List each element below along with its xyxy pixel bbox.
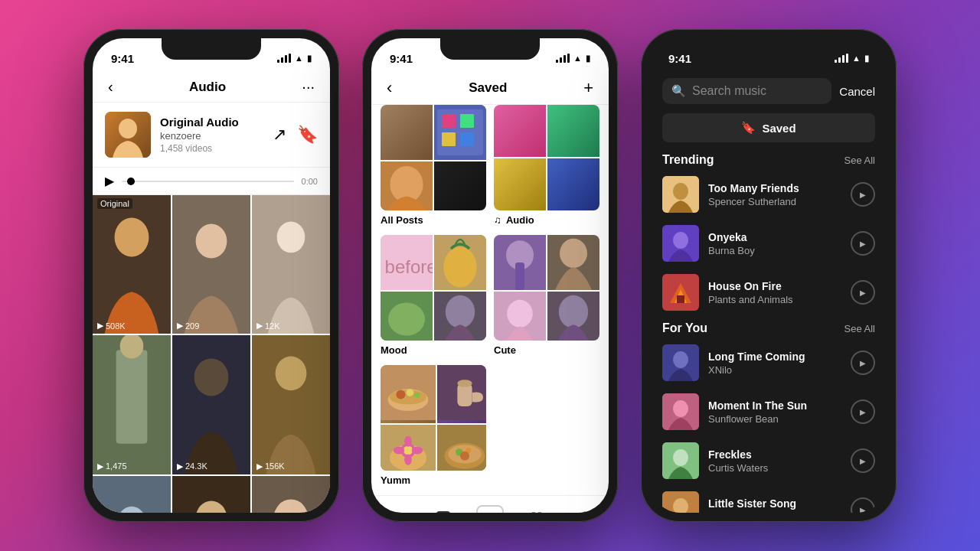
yumm-cell [437,365,486,423]
yumm-cell [437,425,486,471]
search-input-wrap[interactable]: 🔍 Search music [662,78,831,104]
saved-row-1: All Posts ♫ Audio [381,105,599,226]
play-button-2[interactable]: ▶ [851,231,875,256]
music-info-3: House On Fire Plants and Animals [708,280,841,305]
phone-2: 9:41 ▲ ▮ ‹ Saved + [362,29,618,522]
audio-collection[interactable]: ♫ Audio [494,105,599,226]
svg-point-84 [673,449,688,466]
video-cell[interactable]: ▶24.3K [172,335,250,474]
video-cell[interactable]: Original ▶508K [93,195,171,334]
signal-3 [835,54,848,63]
svg-rect-24 [460,114,474,128]
mood-collection[interactable]: Don't give up before you even fly [381,235,486,356]
saved-music-button[interactable]: 🔖 Saved [662,113,875,142]
music-info-fy3: Freckles Curtis Waters [708,448,841,474]
status-icons-2: ▲ ▮ [556,54,590,64]
cell [547,105,599,157]
reels-nav-item[interactable] [428,504,459,513]
svg-point-80 [673,351,688,368]
play-button-fy2[interactable]: ▶ [851,399,875,424]
signal-bar [289,54,291,63]
play-button-1[interactable]: ▶ [851,182,875,207]
progress-bar[interactable] [122,181,294,182]
home-nav-item[interactable]: ⌂ [380,504,410,513]
cell [547,292,599,341]
bookmark-icon[interactable]: 🔖 [297,125,318,145]
video-cell[interactable] [93,476,171,513]
battery-icon: ▮ [586,54,590,64]
svg-rect-25 [442,132,456,146]
album-art-3 [662,274,699,311]
video-cell[interactable] [252,476,330,513]
all-posts-label: All Posts [381,214,486,226]
audio-player: ▶ 0:00 [93,168,330,195]
add-nav-item[interactable]: + [476,505,504,513]
music-info-2: Onyeka Burna Boy [708,231,841,256]
saved-content: All Posts ♫ Audio [371,105,609,495]
saved-button-label: Saved [762,122,795,135]
video-views: ▶156K [256,461,285,471]
bookmark-saved-icon: 🔖 [741,121,756,135]
signal-bar [560,57,562,63]
cell [381,292,433,341]
play-button-3[interactable]: ▶ [851,280,875,305]
back-button-2[interactable]: ‹ [387,78,392,98]
yumm-collection[interactable]: Yumm [381,365,486,486]
cell [547,158,599,210]
audio-username: kenzoere [160,130,263,142]
video-cell-use-audio[interactable]: 📷 Use Audio [172,476,250,513]
video-cell[interactable]: ▶1,475 [93,335,171,474]
svg-point-41 [560,239,587,268]
signal-bar [838,57,841,63]
cute-collection[interactable]: Cute [494,235,599,356]
for-you-item-4[interactable]: Little Sister Song Kid Sistr ▶ [650,485,887,513]
activity-nav-item[interactable]: ♡ [521,504,552,513]
add-collection-button[interactable]: + [583,78,593,98]
svg-rect-78 [677,295,684,303]
phone-1: 9:41 ▲ ▮ ‹ Audio ··· [83,29,339,522]
search-placeholder[interactable]: Search music [692,84,766,98]
signal-1 [277,54,291,63]
svg-point-14 [276,357,307,391]
svg-point-45 [559,295,588,328]
trending-see-all[interactable]: See All [844,155,875,166]
svg-point-1 [119,119,137,139]
song-title-fy2: Moment In The Sun [708,399,841,412]
svg-point-60 [412,447,423,455]
trending-item-2[interactable]: Onyeka Burna Boy ▶ [650,219,887,268]
saved-title: Saved [469,80,507,96]
trending-item-1[interactable]: Too Many Friends Spencer Sutherland ▶ [650,170,887,219]
video-cell[interactable]: ▶156K [252,335,330,474]
svg-rect-39 [515,262,524,290]
bottom-nav: ⌂ + ♡ [371,495,609,513]
play-button-fy1[interactable]: ▶ [851,350,875,375]
saved-nav: ‹ Saved + [371,72,609,105]
video-cell[interactable]: ▶209 [172,195,250,334]
cell [434,235,486,290]
all-posts-collection[interactable]: All Posts [381,105,486,226]
svg-point-76 [673,232,688,249]
cancel-button[interactable]: Cancel [839,85,875,98]
saved-row-3: Yumm [381,365,599,486]
trending-item-3[interactable]: House On Fire Plants and Animals ▶ [650,268,887,317]
more-button[interactable]: ··· [302,78,315,96]
svg-point-54 [457,380,472,387]
back-button[interactable]: ‹ [108,78,113,96]
play-button-fy4[interactable]: ▶ [851,497,875,513]
time-1: 9:41 [111,52,134,65]
for-you-item-3[interactable]: Freckles Curtis Waters ▶ [650,436,887,485]
profile-nav-item[interactable] [570,504,600,513]
for-you-header: For You See All [650,317,887,338]
svg-point-32 [443,247,476,288]
music-note-icon: ♫ [494,214,501,226]
play-button[interactable]: ▶ [105,174,114,188]
play-button-fy3[interactable]: ▶ [851,448,875,473]
for-you-see-all[interactable]: See All [844,323,875,334]
video-cell[interactable]: ▶12K [252,195,330,334]
cell [381,105,433,160]
for-you-item-2[interactable]: Moment In The Sun Sunflower Bean ▶ [650,387,887,436]
svg-point-61 [404,454,412,465]
for-you-item-1[interactable]: Long Time Coming XNilo ▶ [650,338,887,387]
share-icon[interactable]: ↗ [273,125,286,145]
svg-point-51 [414,393,420,398]
